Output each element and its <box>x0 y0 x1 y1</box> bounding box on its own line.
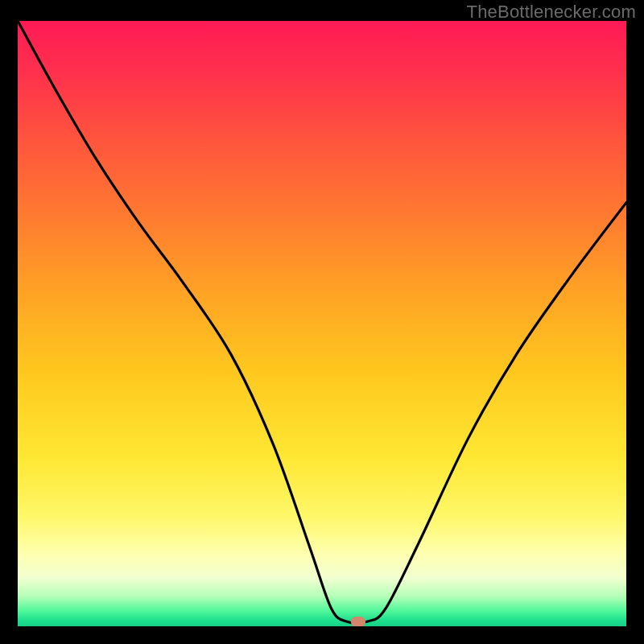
chart-stage: TheBottlenecker.com <box>0 0 644 644</box>
plot-area <box>18 21 626 626</box>
bottleneck-curve <box>18 21 626 626</box>
watermark-text: TheBottlenecker.com <box>467 2 636 23</box>
optimal-marker <box>351 617 365 627</box>
